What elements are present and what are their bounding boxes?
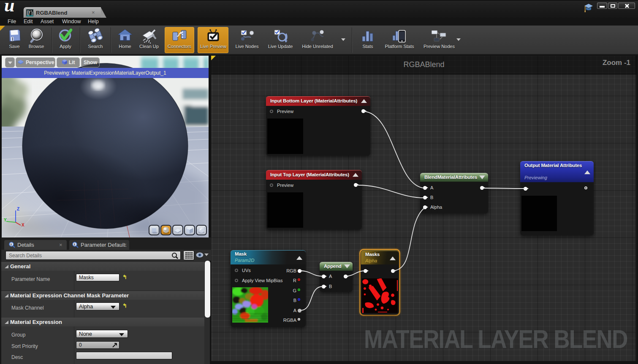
svg-text:Y: Y	[4, 218, 7, 222]
svg-text:f: f	[28, 10, 30, 16]
svg-text:Z: Z	[17, 207, 19, 211]
svg-text:X: X	[22, 223, 24, 226]
